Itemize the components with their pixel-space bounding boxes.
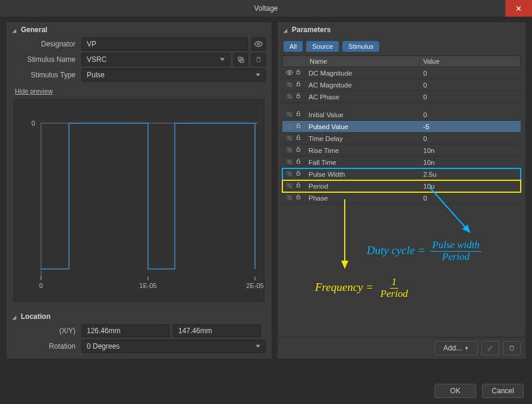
- edit-button[interactable]: [481, 341, 499, 355]
- param-value[interactable]: 0: [420, 67, 521, 79]
- svg-line-40: [430, 187, 470, 232]
- lock-icon[interactable]: [295, 81, 301, 89]
- rotation-select[interactable]: 0 Degrees: [81, 340, 266, 353]
- lock-icon[interactable]: [295, 194, 301, 202]
- param-value[interactable]: 0: [420, 91, 521, 103]
- copy-stimulus-button[interactable]: [234, 53, 248, 66]
- hide-preview-link[interactable]: Hide preview: [7, 83, 272, 96]
- copy-icon: [237, 56, 245, 64]
- y-tick-0: 0: [32, 120, 35, 127]
- param-name: AC Magnitude: [305, 79, 420, 91]
- eye-icon[interactable]: [286, 123, 293, 131]
- designator-value: VP: [87, 40, 96, 48]
- param-name: Period: [305, 180, 420, 192]
- cancel-button[interactable]: Cancel: [482, 384, 524, 398]
- svg-rect-36: [297, 184, 300, 187]
- col-value[interactable]: Value: [419, 56, 520, 67]
- lock-icon[interactable]: [295, 93, 301, 101]
- y-input[interactable]: 147.46mm: [173, 324, 261, 337]
- svg-rect-15: [297, 95, 300, 98]
- chip-source[interactable]: Source: [306, 41, 339, 52]
- eye-icon[interactable]: [286, 170, 293, 178]
- param-value[interactable]: 10n: [420, 145, 521, 156]
- stimulus-name-select[interactable]: VSRC: [81, 53, 230, 66]
- param-row[interactable]: Fall Time10n: [282, 156, 521, 168]
- lock-icon[interactable]: [295, 170, 301, 178]
- trash-icon: [508, 345, 515, 352]
- chevron-down-icon: ▼: [464, 346, 469, 351]
- svg-rect-18: [297, 113, 300, 115]
- svg-point-8: [289, 71, 291, 73]
- add-button[interactable]: Add... ▼: [435, 341, 478, 355]
- section-location-header[interactable]: Location: [7, 309, 272, 323]
- param-grid-header: Name Value: [282, 55, 521, 67]
- param-row[interactable]: Initial Value0: [282, 109, 521, 121]
- delete-button[interactable]: [503, 341, 521, 355]
- designator-input[interactable]: VP: [81, 37, 248, 51]
- param-value[interactable]: -5: [420, 121, 521, 133]
- param-row[interactable]: Pulse Width2.5u: [282, 168, 521, 180]
- chip-stimulus[interactable]: Stimulus: [342, 41, 379, 52]
- eye-icon[interactable]: [286, 158, 293, 167]
- ok-button[interactable]: OK: [435, 384, 476, 398]
- lock-icon[interactable]: [295, 134, 301, 143]
- svg-rect-33: [297, 173, 300, 175]
- eye-icon[interactable]: [286, 111, 293, 119]
- lock-icon[interactable]: [295, 158, 301, 167]
- xy-label: (X/Y): [12, 327, 78, 335]
- param-row[interactable]: AC Magnitude0: [282, 79, 521, 91]
- window-title: Voltage: [254, 4, 278, 12]
- eye-icon[interactable]: [286, 134, 293, 143]
- section-location-label: Location: [21, 312, 51, 321]
- stimulus-type-label: Stimulus Type: [12, 71, 78, 79]
- close-button[interactable]: ✕: [505, 0, 532, 17]
- param-value[interactable]: 2.5u: [420, 168, 521, 180]
- col-name[interactable]: Name: [306, 56, 419, 67]
- eye-icon[interactable]: [286, 93, 293, 101]
- eye-icon[interactable]: [286, 146, 293, 155]
- param-row[interactable]: DC Magnitude0: [282, 67, 521, 79]
- titlebar: Voltage ✕: [0, 0, 532, 17]
- svg-point-0: [257, 43, 260, 45]
- x-tick-0: 0: [39, 282, 43, 289]
- param-value[interactable]: 0: [420, 109, 521, 121]
- param-row[interactable]: Pulsed Value-5: [282, 121, 521, 133]
- svg-rect-12: [297, 83, 300, 86]
- param-row[interactable]: Rise Time10n: [282, 145, 521, 156]
- param-value[interactable]: 10n: [420, 156, 521, 168]
- x-tick-2: 2E-05: [246, 282, 263, 289]
- x-tick-1: 1E-05: [139, 282, 156, 289]
- trash-icon: [255, 56, 262, 63]
- param-name: Time Delay: [305, 133, 420, 145]
- delete-stimulus-button[interactable]: [251, 53, 266, 66]
- eye-icon[interactable]: [286, 69, 293, 77]
- section-general-header[interactable]: General: [7, 22, 272, 36]
- param-name: Rise Time: [305, 145, 420, 156]
- section-parameters-header[interactable]: Parameters: [278, 22, 525, 36]
- eye-icon[interactable]: [286, 182, 293, 190]
- chip-all[interactable]: All: [284, 41, 303, 52]
- lock-icon[interactable]: [295, 146, 301, 155]
- param-name: Initial Value: [305, 109, 420, 121]
- section-parameters-label: Parameters: [292, 26, 330, 34]
- svg-rect-9: [297, 71, 300, 74]
- collapse-icon: [284, 26, 289, 34]
- eye-icon[interactable]: [286, 194, 293, 202]
- svg-rect-24: [297, 137, 300, 139]
- lock-icon[interactable]: [295, 182, 301, 190]
- eye-icon[interactable]: [286, 81, 293, 89]
- x-input[interactable]: 126.46mm: [81, 324, 169, 337]
- lock-icon[interactable]: [295, 69, 301, 77]
- lock-icon[interactable]: [295, 123, 301, 131]
- param-name: Fall Time: [305, 156, 420, 168]
- close-icon: ✕: [515, 4, 522, 13]
- lock-icon[interactable]: [295, 111, 301, 119]
- stimulus-type-select[interactable]: Pulse: [81, 68, 266, 82]
- collapse-icon: [12, 26, 18, 34]
- param-value[interactable]: 0: [420, 133, 521, 145]
- param-row[interactable]: AC Phase0: [282, 91, 521, 103]
- stimulus-name-label: Stimulus Name: [12, 55, 78, 64]
- param-value[interactable]: 0: [420, 79, 521, 91]
- param-row[interactable]: Time Delay0: [282, 133, 521, 145]
- visibility-toggle[interactable]: [251, 37, 266, 51]
